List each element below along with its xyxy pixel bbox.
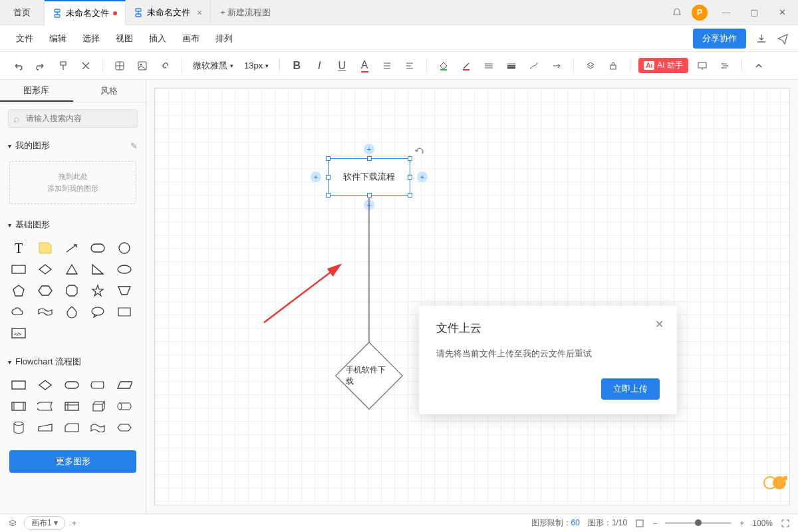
edit-icon[interactable]: ✎	[130, 141, 138, 151]
more-shapes-button[interactable]: 更多图形	[9, 450, 136, 473]
zoom-slider[interactable]	[665, 522, 732, 524]
align-button[interactable]	[401, 57, 418, 74]
section-basic-shapes[interactable]: ▾ 基础图形	[0, 213, 146, 236]
fullscreen-icon[interactable]	[781, 519, 790, 528]
shape-loop[interactable]	[115, 420, 134, 436]
shape-rounded-rect[interactable]	[88, 240, 107, 256]
shape-predefined[interactable]	[9, 398, 28, 414]
line-color-button[interactable]	[458, 57, 475, 74]
shape-manual-input[interactable]	[36, 420, 55, 436]
shape-database[interactable]	[9, 420, 28, 436]
new-tab-button[interactable]: + 新建流程图	[211, 7, 280, 19]
shape-pentagon[interactable]	[9, 283, 28, 299]
shape-ellipse[interactable]	[115, 261, 134, 277]
share-button[interactable]: 分享协作	[693, 29, 746, 49]
tab-style[interactable]: 风格	[73, 80, 146, 102]
shape-terminator[interactable]	[63, 377, 81, 393]
shape-rect[interactable]	[9, 261, 28, 277]
shape-display[interactable]	[88, 377, 107, 393]
modal-close-button[interactable]: ✕	[655, 318, 664, 331]
rotate-handle-icon[interactable]	[414, 146, 425, 157]
section-flowchart[interactable]: ▾ Flowchart 流程图	[0, 350, 146, 373]
fit-screen-icon[interactable]	[635, 519, 644, 528]
image-button[interactable]	[134, 57, 151, 74]
fontsize-select[interactable]: 13px ▾	[241, 59, 271, 72]
flowchart-node-decision[interactable]: 手机软件下载	[335, 342, 403, 410]
shape-teardrop[interactable]	[63, 304, 81, 320]
line-style-button[interactable]	[480, 57, 497, 74]
arrow-button[interactable]	[548, 57, 565, 74]
shape-text[interactable]: T	[9, 240, 28, 256]
table-button[interactable]	[111, 57, 128, 74]
tab-shapes-library[interactable]: 图形库	[0, 80, 73, 102]
connector-button[interactable]	[525, 57, 543, 74]
underline-button[interactable]: U	[333, 57, 350, 74]
shape-octagon[interactable]	[63, 283, 81, 299]
canvas[interactable]: + + + + 软件下载流程 手机软件下载 游戏软件 办公软件	[154, 88, 790, 505]
line-width-button[interactable]	[503, 57, 520, 74]
text-color-button[interactable]: A	[356, 57, 373, 74]
document-tab-2[interactable]: 未命名文件 ×	[126, 0, 211, 25]
shape-triangle[interactable]	[63, 261, 81, 277]
shape-circle[interactable]	[115, 240, 134, 256]
shape-html[interactable]: </>	[9, 325, 28, 341]
menu-view[interactable]: 视图	[109, 29, 140, 49]
menu-file[interactable]: 文件	[9, 29, 40, 49]
fill-color-button[interactable]	[435, 57, 452, 74]
shape-process[interactable]	[9, 377, 28, 393]
italic-button[interactable]: I	[311, 57, 328, 74]
present-button[interactable]	[694, 57, 711, 74]
shape-cylinder-h[interactable]	[115, 398, 134, 414]
shape-banner[interactable]	[36, 304, 55, 320]
drop-zone[interactable]: 拖到此处 添加到我的图形	[9, 161, 136, 204]
shape-tape[interactable]	[88, 420, 107, 436]
shape-speech[interactable]	[88, 304, 107, 320]
notification-icon[interactable]	[672, 7, 682, 18]
lock-button[interactable]	[604, 57, 622, 74]
bold-button[interactable]: B	[288, 57, 305, 74]
connection-point-left[interactable]: +	[311, 172, 321, 182]
redo-button[interactable]	[32, 57, 49, 74]
search-input[interactable]	[8, 109, 138, 128]
flowchart-node-start[interactable]: 软件下载流程	[328, 158, 410, 196]
font-select[interactable]: 微软雅黑 ▾	[190, 59, 236, 73]
menu-canvas[interactable]: 画布	[176, 29, 206, 49]
shape-decision[interactable]	[36, 377, 55, 393]
undo-button[interactable]	[9, 57, 27, 74]
connection-point-right[interactable]: +	[417, 172, 428, 182]
shape-hexagon[interactable]	[36, 283, 55, 299]
close-button[interactable]: ✕	[773, 7, 791, 17]
menu-insert[interactable]: 插入	[142, 29, 173, 49]
ai-assistant-button[interactable]: AiAI 助手	[638, 58, 688, 73]
download-icon[interactable]	[755, 33, 767, 45]
format-painter-button[interactable]	[55, 57, 72, 74]
page-selector[interactable]: 画布1 ▾	[24, 516, 65, 530]
shape-cube[interactable]	[88, 398, 107, 414]
canvas-area[interactable]: + + + + 软件下载流程 手机软件下载 游戏软件 办公软件	[146, 80, 798, 513]
shape-star[interactable]	[88, 283, 107, 299]
maximize-button[interactable]: ▢	[745, 7, 763, 17]
shape-right-triangle[interactable]	[88, 261, 107, 277]
user-avatar[interactable]: P	[692, 5, 708, 21]
shape-data[interactable]	[115, 377, 134, 393]
shape-stored-data[interactable]	[36, 398, 55, 414]
minimize-button[interactable]: —	[717, 7, 735, 17]
zoom-out-button[interactable]: −	[652, 519, 657, 528]
connection-point-top[interactable]: +	[364, 144, 374, 154]
send-icon[interactable]	[777, 33, 789, 45]
add-page-button[interactable]: +	[72, 519, 76, 528]
zoom-value[interactable]: 100%	[752, 519, 773, 528]
menu-select[interactable]: 选择	[76, 29, 106, 49]
layers-icon[interactable]	[8, 519, 17, 528]
settings-button[interactable]	[716, 57, 733, 74]
shape-trapezoid-down[interactable]	[115, 283, 134, 299]
home-tab[interactable]: 首页	[0, 0, 45, 25]
menu-arrange[interactable]: 排列	[209, 29, 239, 49]
shape-diamond[interactable]	[36, 261, 55, 277]
clear-format-button[interactable]	[77, 57, 94, 74]
shape-cube-face[interactable]	[115, 304, 134, 320]
shape-cloud[interactable]	[9, 304, 28, 320]
line-height-button[interactable]	[378, 57, 396, 74]
shape-arrow[interactable]	[63, 240, 81, 256]
shape-card[interactable]	[63, 420, 81, 436]
